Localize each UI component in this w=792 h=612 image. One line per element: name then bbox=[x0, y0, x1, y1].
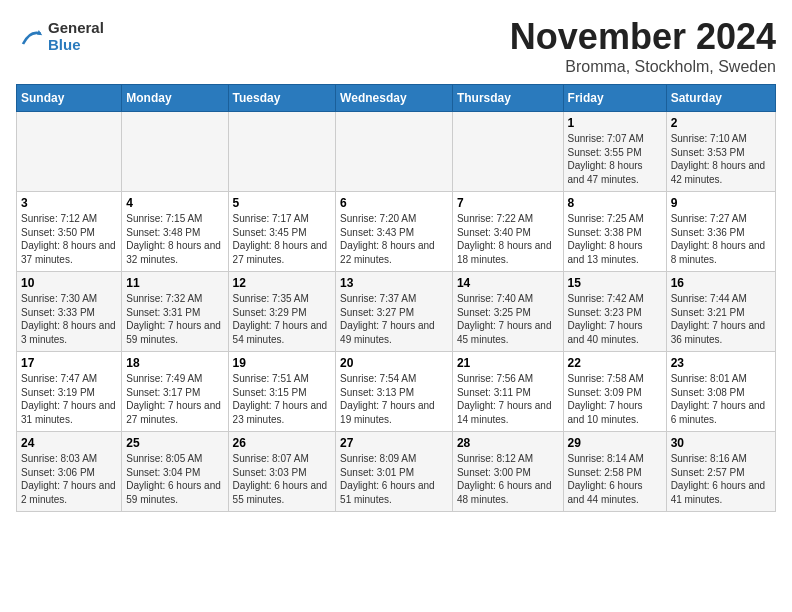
calendar-cell: 5Sunrise: 7:17 AM Sunset: 3:45 PM Daylig… bbox=[228, 192, 336, 272]
day-info: Sunrise: 7:56 AM Sunset: 3:11 PM Dayligh… bbox=[457, 372, 559, 426]
day-number: 5 bbox=[233, 196, 332, 210]
calendar-cell: 2Sunrise: 7:10 AM Sunset: 3:53 PM Daylig… bbox=[666, 112, 775, 192]
day-number: 29 bbox=[568, 436, 662, 450]
day-number: 20 bbox=[340, 356, 448, 370]
day-number: 6 bbox=[340, 196, 448, 210]
calendar-cell: 1Sunrise: 7:07 AM Sunset: 3:55 PM Daylig… bbox=[563, 112, 666, 192]
calendar-cell: 10Sunrise: 7:30 AM Sunset: 3:33 PM Dayli… bbox=[17, 272, 122, 352]
day-number: 18 bbox=[126, 356, 223, 370]
day-info: Sunrise: 8:14 AM Sunset: 2:58 PM Dayligh… bbox=[568, 452, 662, 506]
day-number: 9 bbox=[671, 196, 771, 210]
weekday-header: Sunday bbox=[17, 85, 122, 112]
calendar-cell: 27Sunrise: 8:09 AM Sunset: 3:01 PM Dayli… bbox=[336, 432, 453, 512]
calendar-cell: 17Sunrise: 7:47 AM Sunset: 3:19 PM Dayli… bbox=[17, 352, 122, 432]
weekday-header: Monday bbox=[122, 85, 228, 112]
calendar-cell: 12Sunrise: 7:35 AM Sunset: 3:29 PM Dayli… bbox=[228, 272, 336, 352]
day-info: Sunrise: 8:05 AM Sunset: 3:04 PM Dayligh… bbox=[126, 452, 223, 506]
weekday-header: Saturday bbox=[666, 85, 775, 112]
calendar-cell: 8Sunrise: 7:25 AM Sunset: 3:38 PM Daylig… bbox=[563, 192, 666, 272]
day-info: Sunrise: 7:37 AM Sunset: 3:27 PM Dayligh… bbox=[340, 292, 448, 346]
calendar-cell: 21Sunrise: 7:56 AM Sunset: 3:11 PM Dayli… bbox=[452, 352, 563, 432]
day-info: Sunrise: 7:47 AM Sunset: 3:19 PM Dayligh… bbox=[21, 372, 117, 426]
day-info: Sunrise: 8:01 AM Sunset: 3:08 PM Dayligh… bbox=[671, 372, 771, 426]
calendar-body: 1Sunrise: 7:07 AM Sunset: 3:55 PM Daylig… bbox=[17, 112, 776, 512]
day-info: Sunrise: 7:35 AM Sunset: 3:29 PM Dayligh… bbox=[233, 292, 332, 346]
logo-text: General Blue bbox=[48, 20, 104, 53]
day-number: 17 bbox=[21, 356, 117, 370]
day-info: Sunrise: 7:51 AM Sunset: 3:15 PM Dayligh… bbox=[233, 372, 332, 426]
day-info: Sunrise: 7:22 AM Sunset: 3:40 PM Dayligh… bbox=[457, 212, 559, 266]
day-info: Sunrise: 8:07 AM Sunset: 3:03 PM Dayligh… bbox=[233, 452, 332, 506]
day-info: Sunrise: 7:44 AM Sunset: 3:21 PM Dayligh… bbox=[671, 292, 771, 346]
day-number: 25 bbox=[126, 436, 223, 450]
calendar-cell bbox=[228, 112, 336, 192]
calendar-cell: 15Sunrise: 7:42 AM Sunset: 3:23 PM Dayli… bbox=[563, 272, 666, 352]
day-info: Sunrise: 8:12 AM Sunset: 3:00 PM Dayligh… bbox=[457, 452, 559, 506]
calendar-week-row: 17Sunrise: 7:47 AM Sunset: 3:19 PM Dayli… bbox=[17, 352, 776, 432]
weekday-header: Friday bbox=[563, 85, 666, 112]
day-info: Sunrise: 7:54 AM Sunset: 3:13 PM Dayligh… bbox=[340, 372, 448, 426]
day-number: 11 bbox=[126, 276, 223, 290]
day-number: 14 bbox=[457, 276, 559, 290]
calendar-cell bbox=[17, 112, 122, 192]
day-info: Sunrise: 7:30 AM Sunset: 3:33 PM Dayligh… bbox=[21, 292, 117, 346]
day-info: Sunrise: 7:07 AM Sunset: 3:55 PM Dayligh… bbox=[568, 132, 662, 186]
calendar-cell: 9Sunrise: 7:27 AM Sunset: 3:36 PM Daylig… bbox=[666, 192, 775, 272]
day-info: Sunrise: 7:58 AM Sunset: 3:09 PM Dayligh… bbox=[568, 372, 662, 426]
day-info: Sunrise: 7:10 AM Sunset: 3:53 PM Dayligh… bbox=[671, 132, 771, 186]
day-number: 16 bbox=[671, 276, 771, 290]
calendar-cell: 19Sunrise: 7:51 AM Sunset: 3:15 PM Dayli… bbox=[228, 352, 336, 432]
calendar-cell: 24Sunrise: 8:03 AM Sunset: 3:06 PM Dayli… bbox=[17, 432, 122, 512]
day-number: 28 bbox=[457, 436, 559, 450]
calendar-week-row: 3Sunrise: 7:12 AM Sunset: 3:50 PM Daylig… bbox=[17, 192, 776, 272]
day-info: Sunrise: 7:42 AM Sunset: 3:23 PM Dayligh… bbox=[568, 292, 662, 346]
day-info: Sunrise: 8:16 AM Sunset: 2:57 PM Dayligh… bbox=[671, 452, 771, 506]
day-info: Sunrise: 7:40 AM Sunset: 3:25 PM Dayligh… bbox=[457, 292, 559, 346]
calendar-cell: 25Sunrise: 8:05 AM Sunset: 3:04 PM Dayli… bbox=[122, 432, 228, 512]
calendar-cell: 23Sunrise: 8:01 AM Sunset: 3:08 PM Dayli… bbox=[666, 352, 775, 432]
title-block: November 2024 Bromma, Stockholm, Sweden bbox=[510, 16, 776, 76]
page-title: November 2024 bbox=[510, 16, 776, 58]
day-number: 26 bbox=[233, 436, 332, 450]
calendar-cell bbox=[122, 112, 228, 192]
calendar-cell: 6Sunrise: 7:20 AM Sunset: 3:43 PM Daylig… bbox=[336, 192, 453, 272]
calendar-cell bbox=[336, 112, 453, 192]
calendar-cell: 7Sunrise: 7:22 AM Sunset: 3:40 PM Daylig… bbox=[452, 192, 563, 272]
calendar-cell: 28Sunrise: 8:12 AM Sunset: 3:00 PM Dayli… bbox=[452, 432, 563, 512]
day-info: Sunrise: 7:49 AM Sunset: 3:17 PM Dayligh… bbox=[126, 372, 223, 426]
day-number: 1 bbox=[568, 116, 662, 130]
calendar-cell: 22Sunrise: 7:58 AM Sunset: 3:09 PM Dayli… bbox=[563, 352, 666, 432]
calendar-week-row: 10Sunrise: 7:30 AM Sunset: 3:33 PM Dayli… bbox=[17, 272, 776, 352]
page-subtitle: Bromma, Stockholm, Sweden bbox=[510, 58, 776, 76]
calendar-header: SundayMondayTuesdayWednesdayThursdayFrid… bbox=[17, 85, 776, 112]
calendar-week-row: 24Sunrise: 8:03 AM Sunset: 3:06 PM Dayli… bbox=[17, 432, 776, 512]
calendar-cell bbox=[452, 112, 563, 192]
calendar-cell: 14Sunrise: 7:40 AM Sunset: 3:25 PM Dayli… bbox=[452, 272, 563, 352]
calendar-week-row: 1Sunrise: 7:07 AM Sunset: 3:55 PM Daylig… bbox=[17, 112, 776, 192]
weekday-header: Tuesday bbox=[228, 85, 336, 112]
day-number: 8 bbox=[568, 196, 662, 210]
header-row: SundayMondayTuesdayWednesdayThursdayFrid… bbox=[17, 85, 776, 112]
calendar-cell: 13Sunrise: 7:37 AM Sunset: 3:27 PM Dayli… bbox=[336, 272, 453, 352]
day-info: Sunrise: 8:03 AM Sunset: 3:06 PM Dayligh… bbox=[21, 452, 117, 506]
calendar-cell: 4Sunrise: 7:15 AM Sunset: 3:48 PM Daylig… bbox=[122, 192, 228, 272]
day-info: Sunrise: 7:25 AM Sunset: 3:38 PM Dayligh… bbox=[568, 212, 662, 266]
day-number: 7 bbox=[457, 196, 559, 210]
day-info: Sunrise: 7:17 AM Sunset: 3:45 PM Dayligh… bbox=[233, 212, 332, 266]
day-number: 3 bbox=[21, 196, 117, 210]
weekday-header: Wednesday bbox=[336, 85, 453, 112]
day-number: 30 bbox=[671, 436, 771, 450]
calendar-cell: 20Sunrise: 7:54 AM Sunset: 3:13 PM Dayli… bbox=[336, 352, 453, 432]
day-info: Sunrise: 7:15 AM Sunset: 3:48 PM Dayligh… bbox=[126, 212, 223, 266]
calendar-table: SundayMondayTuesdayWednesdayThursdayFrid… bbox=[16, 84, 776, 512]
day-number: 12 bbox=[233, 276, 332, 290]
day-number: 10 bbox=[21, 276, 117, 290]
calendar-cell: 16Sunrise: 7:44 AM Sunset: 3:21 PM Dayli… bbox=[666, 272, 775, 352]
day-number: 22 bbox=[568, 356, 662, 370]
weekday-header: Thursday bbox=[452, 85, 563, 112]
day-number: 13 bbox=[340, 276, 448, 290]
day-info: Sunrise: 7:12 AM Sunset: 3:50 PM Dayligh… bbox=[21, 212, 117, 266]
day-info: Sunrise: 7:20 AM Sunset: 3:43 PM Dayligh… bbox=[340, 212, 448, 266]
calendar-cell: 18Sunrise: 7:49 AM Sunset: 3:17 PM Dayli… bbox=[122, 352, 228, 432]
header: General Blue November 2024 Bromma, Stock… bbox=[16, 16, 776, 76]
